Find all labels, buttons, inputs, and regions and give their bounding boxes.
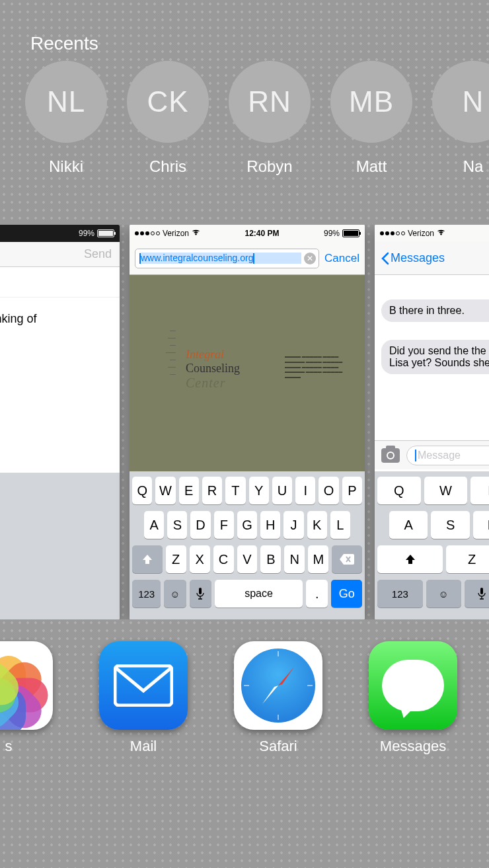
wifi-icon [192, 229, 200, 237]
shift-key[interactable] [132, 545, 163, 573]
key-f[interactable]: F [214, 511, 234, 539]
page-paragraph: ▬▬▬▬ ▬▬▬▬▬ ▬▬▬▬ ▬▬▬▬▬ ▬▬▬▬ ▬▬▬▬▬ ▬▬▬▬ ▬▬… [285, 354, 357, 380]
mail-body-link[interactable]: lcounseling.org [0, 339, 112, 356]
key-g[interactable]: G [237, 511, 257, 539]
key-h[interactable]: H [260, 511, 280, 539]
key-p[interactable]: P [342, 477, 362, 504]
card-mail[interactable]: 9 PM 99% seling Send @mac.com talked abo… [0, 225, 120, 619]
chevron-left-icon [381, 252, 389, 265]
card-messages[interactable]: Verizon 12:4 Messages Ch Yesterday B the… [375, 225, 489, 619]
app-safari[interactable]: Safari [234, 641, 322, 755]
emoji-key[interactable]: ☺ [426, 580, 461, 608]
keyboard-area [0, 473, 120, 619]
key-v[interactable]: V [237, 545, 258, 573]
backspace-key[interactable] [332, 545, 362, 573]
recent-contact[interactable]: RN Robyn [229, 61, 311, 176]
recent-contact[interactable]: NL Nikki [25, 61, 107, 176]
mail-body-line: talked about. I'm thinking of [0, 311, 112, 327]
mail-body[interactable]: talked about. I'm thinking of lcounselin… [0, 297, 120, 381]
app-label: Mail [130, 738, 157, 755]
go-key[interactable]: Go [331, 580, 362, 608]
timestamp: Today 1 [381, 326, 489, 336]
camera-icon[interactable] [381, 448, 400, 463]
key-u[interactable]: U [272, 477, 292, 504]
shift-key[interactable] [377, 545, 443, 573]
key-r[interactable]: R [202, 477, 222, 504]
key-y[interactable]: Y [249, 477, 269, 504]
back-label: Messages [391, 251, 445, 265]
key-o[interactable]: O [319, 477, 338, 504]
contact-name: Chris [149, 157, 186, 176]
mic-key[interactable] [190, 580, 211, 608]
key-t[interactable]: T [225, 477, 245, 504]
key-j[interactable]: J [283, 511, 303, 539]
key-m[interactable]: M [308, 545, 328, 573]
keyboard: QWERT ASDFG ZXC 123 ☺ [375, 471, 489, 619]
key-a[interactable]: A [144, 511, 164, 539]
svg-rect-0 [199, 588, 202, 594]
status-bar: 9 PM 99% [0, 225, 120, 242]
recent-contact[interactable]: CK Chris [127, 61, 209, 176]
key-e[interactable]: E [470, 477, 489, 504]
page-side-nav: ⎯⎯⎯⎯⎯⎯⎯⎯⎯⎯⎯⎯⎯⎯⎯⎯⎯⎯⎯⎯⎯⎯⎯⎯⎯ [139, 328, 176, 379]
mic-key[interactable] [465, 580, 489, 608]
key-a[interactable]: A [389, 511, 428, 539]
key-q[interactable]: Q [377, 477, 421, 504]
key-w[interactable]: W [155, 477, 175, 504]
contact-name: Nikki [49, 157, 83, 176]
mail-to-field[interactable]: @mac.com [0, 267, 120, 297]
app-mail[interactable]: Mail [99, 641, 188, 755]
key-d[interactable]: D [190, 511, 210, 539]
key-x[interactable]: X [190, 545, 210, 573]
status-carrier: Verizon [163, 229, 189, 238]
space-key[interactable]: space [215, 580, 303, 608]
key-d[interactable]: D [473, 511, 489, 539]
mail-send-button[interactable]: Send [84, 247, 112, 261]
key-n[interactable]: N [284, 545, 305, 573]
key-z[interactable]: Z [446, 545, 489, 573]
cancel-button[interactable]: Cancel [324, 252, 359, 265]
status-bar: Verizon 12:40 PM 99% [130, 225, 365, 242]
recent-contact[interactable]: MB Matt [330, 61, 412, 176]
contact-name: Matt [356, 157, 387, 176]
url-input[interactable]: www.integralcounseling.org ✕ [135, 249, 319, 268]
numeric-key[interactable]: 123 [132, 580, 161, 608]
key-k[interactable]: K [307, 511, 327, 539]
message-input[interactable]: Message [406, 446, 489, 465]
app-label: s [5, 738, 13, 755]
key-l[interactable]: L [330, 511, 350, 539]
card-safari[interactable]: Verizon 12:40 PM 99% www.integralcounsel… [130, 225, 365, 619]
key-c[interactable]: C [213, 545, 234, 573]
caret-icon [415, 450, 416, 461]
numeric-key[interactable]: 123 [377, 580, 423, 608]
svg-rect-2 [115, 666, 172, 705]
key-b[interactable]: B [260, 545, 281, 573]
message-placeholder: Message [418, 450, 461, 461]
dot-key[interactable]: . [306, 580, 328, 608]
key-i[interactable]: I [295, 477, 315, 504]
svg-marker-7 [278, 667, 294, 686]
key-z[interactable]: Z [166, 545, 186, 573]
key-s[interactable]: S [431, 511, 469, 539]
safari-url-bar: www.integralcounseling.org ✕ Cancel [130, 242, 365, 275]
emoji-key[interactable]: ☺ [164, 580, 186, 608]
app-label: Messages [380, 738, 446, 755]
timestamp: Yesterday [381, 286, 489, 296]
back-button[interactable]: Messages [381, 251, 445, 265]
key-s[interactable]: S [167, 511, 187, 539]
app-messages[interactable]: Messages [369, 641, 457, 755]
key-q[interactable]: Q [132, 477, 152, 504]
avatar-initials: RN [229, 61, 311, 143]
clear-icon[interactable]: ✕ [304, 253, 316, 264]
message-bubble: Did you send the the counseling pl Lisa … [381, 340, 489, 374]
contact-name: Na [463, 157, 484, 176]
key-e[interactable]: E [179, 477, 199, 504]
avatar-initials: MB [330, 61, 412, 143]
app-photos[interactable]: s [0, 641, 53, 755]
key-w[interactable]: W [424, 477, 468, 504]
recent-contact[interactable]: N Na [432, 61, 489, 176]
status-time: 12:40 PM [244, 229, 279, 238]
safari-page-content: ⎯⎯⎯⎯⎯⎯⎯⎯⎯⎯⎯⎯⎯⎯⎯⎯⎯⎯⎯⎯⎯⎯⎯⎯⎯ Integral Couns… [130, 275, 365, 474]
message-thread[interactable]: Yesterday B there in three. Today 1 Did … [375, 275, 489, 440]
status-battery-pct: 99% [79, 229, 94, 238]
